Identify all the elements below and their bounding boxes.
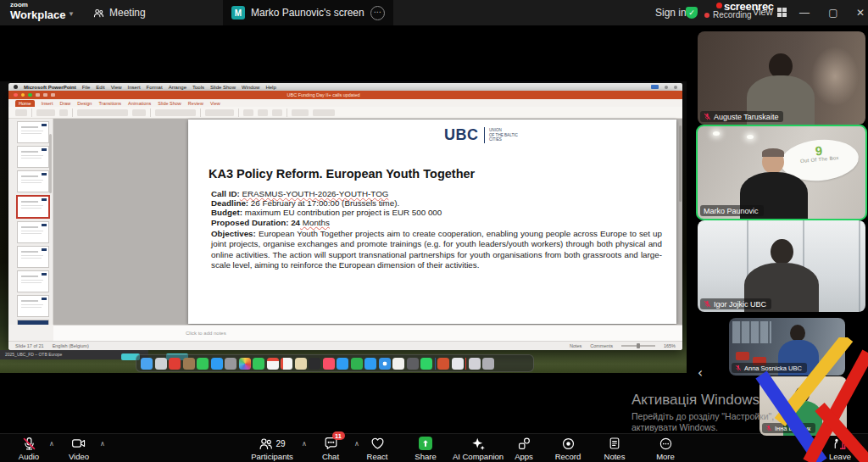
- dock-app-icon[interactable]: [351, 358, 363, 370]
- participants-options-chevron[interactable]: ∧: [302, 440, 307, 448]
- chat-button[interactable]: 11 Chat: [311, 436, 350, 461]
- menu-tools[interactable]: Tools: [192, 85, 204, 90]
- dock-app-icon[interactable]: [392, 358, 404, 370]
- menu-file[interactable]: File: [82, 85, 91, 90]
- chevron-down-icon[interactable]: ▼: [68, 10, 75, 18]
- dock-app-icon[interactable]: [281, 358, 292, 370]
- mac-close-icon[interactable]: [14, 93, 18, 97]
- gallery-previous-icon[interactable]: ‹: [698, 365, 703, 381]
- ribbon-tab-insert[interactable]: Insert: [42, 101, 53, 106]
- menu-battery-icon[interactable]: [674, 86, 677, 89]
- dock-app-icon[interactable]: [407, 358, 419, 370]
- more-button[interactable]: More: [648, 436, 683, 461]
- notes-button[interactable]: Notes: [596, 436, 633, 461]
- share-button[interactable]: Share: [406, 436, 445, 461]
- thumbnail-scrollbar[interactable]: [49, 134, 52, 193]
- dock-app-icon[interactable]: [497, 358, 509, 370]
- react-button[interactable]: React: [359, 436, 396, 461]
- security-shield-icon[interactable]: ✓: [686, 7, 698, 19]
- ribbon-tab-slideshow[interactable]: Slide Show: [158, 101, 181, 106]
- ribbon-tab-draw[interactable]: Draw: [59, 101, 70, 106]
- menu-arrange[interactable]: Arrange: [169, 85, 186, 90]
- participant-video[interactable]: Auguste Taruskaite: [698, 31, 865, 125]
- dock-app-icon[interactable]: [155, 358, 167, 370]
- menu-insert[interactable]: Insert: [128, 85, 141, 90]
- dock-app-icon[interactable]: [309, 358, 320, 370]
- menu-slideshow[interactable]: Slide Show: [210, 85, 236, 90]
- dock-app-icon[interactable]: [420, 358, 432, 370]
- notes-pane[interactable]: Click to add notes: [53, 325, 682, 342]
- redo-icon[interactable]: [51, 93, 55, 97]
- dock-app-icon[interactable]: [482, 358, 494, 370]
- apple-logo-icon[interactable]: [14, 85, 18, 89]
- dock-app-icon[interactable]: [183, 358, 195, 370]
- dock-app-icon[interactable]: [225, 358, 236, 370]
- slide-thumbnail[interactable]: [17, 246, 49, 268]
- slide-thumbnail[interactable]: [17, 221, 49, 243]
- ai-companion-button[interactable]: AI Companion: [447, 436, 509, 461]
- dock-app-icon[interactable]: [267, 358, 279, 370]
- audio-button[interactable]: Audio: [10, 436, 47, 461]
- dock-app-icon[interactable]: [239, 358, 251, 370]
- canvas-scrollbar[interactable]: [679, 125, 682, 202]
- dock-app-icon[interactable]: [211, 358, 223, 370]
- participant-video-active-speaker[interactable]: 9 Out Of The Box Marko Paunovic: [696, 125, 867, 220]
- mac-zoom-icon[interactable]: [28, 93, 32, 97]
- dock-app-icon[interactable]: [253, 358, 264, 370]
- video-options-chevron[interactable]: ∧: [100, 440, 105, 448]
- ribbon-tab-review[interactable]: Review: [188, 101, 203, 106]
- ribbon-controls[interactable]: [8, 107, 682, 119]
- dock-app-icon[interactable]: [337, 358, 348, 370]
- dock-trash-icon[interactable]: [510, 358, 522, 370]
- apps-button[interactable]: Apps: [506, 436, 542, 461]
- slide-thumbnail[interactable]: [17, 121, 49, 143]
- participant-video[interactable]: Igor Jojkic UBC: [698, 220, 865, 312]
- maximize-button[interactable]: ▢: [821, 0, 846, 25]
- tab-meeting[interactable]: Meeting: [93, 0, 146, 25]
- mac-dock[interactable]: [136, 354, 534, 372]
- dock-app-icon[interactable]: [295, 358, 307, 370]
- dock-app-icon[interactable]: [323, 358, 335, 370]
- participant-video[interactable]: Anna Sosnicka UBC: [729, 318, 845, 376]
- language-indicator[interactable]: English (Belgium): [53, 343, 89, 348]
- gallery-next-icon[interactable]: ›: [853, 367, 858, 382]
- menu-wifi-icon[interactable]: [665, 86, 668, 89]
- dock-app-icon[interactable]: [437, 358, 449, 370]
- leave-button[interactable]: Leave: [819, 436, 861, 461]
- slide-thumbnail-panel[interactable]: THANK YOU: [8, 119, 53, 325]
- menu-window[interactable]: Window: [242, 85, 259, 90]
- menu-help[interactable]: Help: [265, 85, 275, 90]
- ribbon-tab-design[interactable]: Design: [77, 101, 92, 106]
- close-button[interactable]: ✕: [848, 0, 868, 25]
- current-slide[interactable]: UBC UNION OF THE BALTIC CITIES KA3 Polic…: [188, 120, 676, 324]
- menu-status-icon[interactable]: [651, 85, 659, 89]
- dock-app-icon[interactable]: [169, 358, 181, 370]
- comments-toggle[interactable]: Comments: [590, 343, 613, 348]
- dock-app-icon[interactable]: [379, 358, 391, 370]
- menu-view[interactable]: View: [111, 85, 122, 90]
- dock-app-icon[interactable]: [452, 358, 464, 370]
- menu-format[interactable]: Format: [147, 85, 163, 90]
- sign-in-button[interactable]: Sign in: [655, 7, 687, 19]
- slide-thumbnail[interactable]: [17, 270, 49, 292]
- minimize-button[interactable]: —: [792, 0, 817, 25]
- save-icon[interactable]: [36, 93, 40, 97]
- slide-thumbnail-thankyou[interactable]: THANK YOU: [17, 320, 49, 325]
- audio-options-chevron[interactable]: ∧: [49, 440, 54, 448]
- ribbon-tab-transitions[interactable]: Transitions: [98, 101, 121, 106]
- dock-app-icon[interactable]: [141, 358, 153, 370]
- slide-thumbnail[interactable]: [17, 170, 49, 192]
- ribbon-tab-view[interactable]: View: [210, 101, 220, 106]
- mac-minimize-icon[interactable]: [21, 93, 25, 97]
- menu-edit[interactable]: Edit: [96, 85, 104, 90]
- ribbon-tab-animations[interactable]: Animations: [128, 101, 151, 106]
- slide-thumbnail[interactable]: [17, 146, 49, 168]
- dock-app-icon[interactable]: [197, 358, 209, 370]
- slide-thumbnail-selected[interactable]: [16, 195, 50, 219]
- participant-video[interactable]: Інна Шевчук: [760, 376, 847, 436]
- participants-button[interactable]: 29 Participants: [244, 436, 300, 461]
- undo-icon[interactable]: [43, 93, 47, 97]
- slide-thumbnail[interactable]: [17, 295, 49, 317]
- tab-options-icon[interactable]: ⋯: [370, 6, 385, 20]
- notes-toggle[interactable]: Notes: [570, 343, 581, 348]
